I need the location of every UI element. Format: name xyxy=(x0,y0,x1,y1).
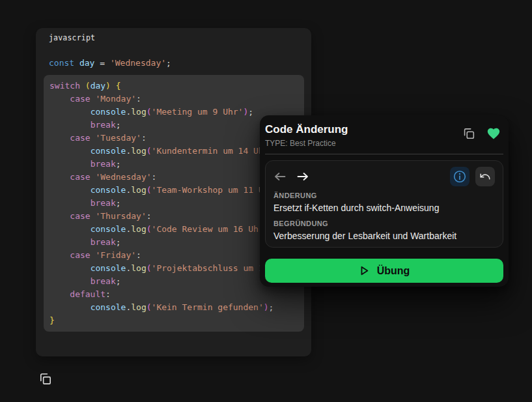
copy-change-button[interactable] xyxy=(462,126,476,141)
info-icon xyxy=(453,169,467,184)
code-line-const: const day = 'Wednesday'; xyxy=(49,57,171,70)
info-button[interactable] xyxy=(450,167,469,186)
code-line: switch (day) { xyxy=(49,79,304,93)
uebung-button-label: Übung xyxy=(377,265,410,277)
code-language-label: javascript xyxy=(49,33,95,42)
code-line: } xyxy=(49,314,304,327)
reason-section-text: Verbesserung der Lesbarkeit und Wartbark… xyxy=(273,230,495,242)
heart-icon xyxy=(486,126,501,141)
popup-title: Code Änderung xyxy=(265,122,348,136)
copy-icon xyxy=(462,126,476,141)
reason-section-label: BEGRÜNDUNG xyxy=(273,220,495,227)
arrow-right-icon xyxy=(296,171,309,182)
popup-subtitle: TYPE: Best Practice xyxy=(265,139,348,148)
popup-header: Code Änderung TYPE: Best Practice xyxy=(265,121,503,148)
change-panel: ÄNDERUNG Ersetzt if-Ketten durch switch-… xyxy=(265,160,503,248)
code-line: case 'Monday': xyxy=(49,93,304,106)
favorite-button[interactable] xyxy=(486,126,501,141)
code-line: default: xyxy=(49,288,304,301)
copy-icon xyxy=(38,371,53,386)
play-icon xyxy=(359,265,370,276)
prev-change-button[interactable] xyxy=(273,171,287,182)
header-divider xyxy=(265,154,503,154)
undo-button[interactable] xyxy=(475,167,495,186)
change-section-label: ÄNDERUNG xyxy=(273,192,495,199)
change-section-text: Ersetzt if-Ketten durch switch-Anweisung xyxy=(273,202,495,214)
code-line: console.log('Kein Termin gefunden'); xyxy=(49,301,304,314)
code-line: const day = 'Wednesday'; xyxy=(49,57,171,70)
uebung-button[interactable]: Übung xyxy=(265,259,503,283)
undo-icon xyxy=(479,171,491,182)
code-change-popup: Code Änderung TYPE: Best Practice xyxy=(260,115,509,287)
next-change-button[interactable] xyxy=(296,171,309,182)
arrow-left-icon xyxy=(273,171,287,182)
copy-code-button[interactable] xyxy=(36,370,53,387)
